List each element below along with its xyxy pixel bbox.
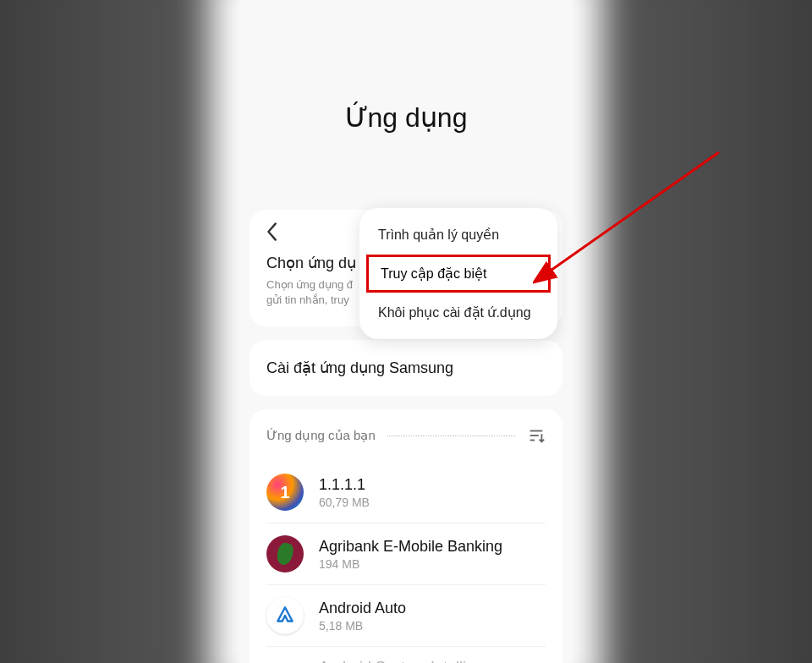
app-size: 60,79 MB (319, 496, 546, 509)
app-list-item[interactable]: 1 1.1.1.1 60,79 MB (266, 462, 546, 523)
app-list-item[interactable]: Agribank E-Mobile Banking 194 MB (266, 523, 546, 585)
back-button[interactable] (260, 220, 283, 244)
chevron-left-icon (265, 222, 278, 242)
app-name: Android System Intelligence (319, 659, 546, 663)
apps-list-section: Ứng dụng của bạn 1 1.1.1.1 60,79 MB Agri… (250, 409, 562, 663)
app-info: 1.1.1.1 60,79 MB (319, 476, 546, 509)
samsung-settings-section[interactable]: Cài đặt ứng dụng Samsung (250, 340, 562, 396)
menu-item-permission-manager[interactable]: Trình quản lý quyền (359, 215, 557, 255)
menu-item-special-access-highlighted[interactable]: Truy cập đặc biệt (366, 255, 551, 293)
app-icon-agribank (266, 535, 304, 573)
app-name: Android Auto (319, 600, 546, 617)
app-list-item[interactable]: Android Auto 5,18 MB (266, 585, 546, 647)
app-info: Agribank E-Mobile Banking 194 MB (319, 538, 546, 571)
phone-screen: Ứng dụng Chọn ứng dụ Chọn ứng dụng đ gửi… (239, 0, 573, 663)
divider (387, 436, 515, 436)
app-icon-androidauto (266, 597, 304, 634)
app-size: 194 MB (319, 557, 546, 571)
app-info: Android Auto 5,18 MB (319, 600, 546, 633)
app-list-item-partial[interactable]: Android System Intelligence (266, 647, 546, 663)
menu-item-label: Khôi phục cài đặt ứ.dụng (378, 305, 531, 320)
overflow-menu: Trình quản lý quyền Truy cập đặc biệt Kh… (359, 208, 557, 339)
menu-item-label: Trình quản lý quyền (378, 227, 499, 242)
apps-list-header: Ứng dụng của bạn (266, 426, 546, 445)
samsung-settings-title: Cài đặt ứng dụng Samsung (266, 359, 546, 377)
apps-header-label: Ứng dụng của bạn (266, 428, 376, 443)
sort-icon[interactable] (527, 426, 546, 445)
app-name: 1.1.1.1 (319, 476, 546, 494)
app-size: 5,18 MB (319, 619, 546, 633)
page-title: Ứng dụng (239, 0, 573, 210)
app-icon-1111: 1 (266, 474, 304, 511)
app-name: Agribank E-Mobile Banking (319, 538, 546, 556)
menu-item-reset-app-settings[interactable]: Khôi phục cài đặt ứ.dụng (359, 293, 557, 332)
menu-item-label: Truy cập đặc biệt (381, 266, 486, 281)
